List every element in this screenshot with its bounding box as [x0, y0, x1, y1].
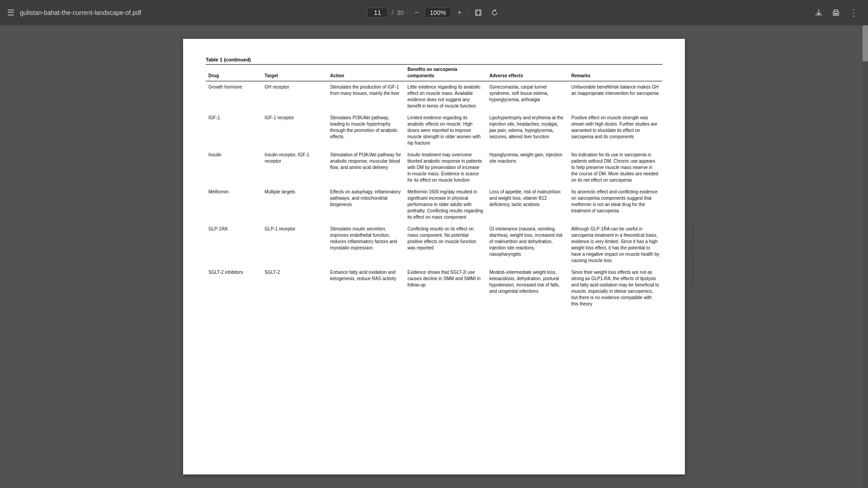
sidebar-text: Pharmacotherapies for Sarcopenia	[690, 225, 695, 288]
fit-page-button[interactable]	[472, 7, 485, 18]
cell-drug: Insulin	[206, 149, 262, 186]
col-header-benefits: Benefits on sarcopenia components	[405, 65, 486, 81]
cell-remarks: Unfavorable benefit/risk balance makes G…	[569, 81, 662, 113]
table-row: Growth hormoneGH receptorStimulates the …	[206, 81, 662, 113]
page-input[interactable]	[371, 9, 384, 16]
cell-action: Stimulates insulin secretion, improves e…	[327, 223, 405, 267]
cell-adverse: Hypoglycemia, weight gain, injection sit…	[487, 149, 569, 186]
table-row: MetforminMultiple targetsEffects on auto…	[206, 186, 662, 223]
table-row: GLP-1RAGLP-1 receptorStimulates insulin …	[206, 223, 662, 267]
cell-target: GLP-1 receptor	[262, 223, 327, 267]
cell-target: IGF-1 receptor	[262, 112, 327, 149]
cell-action: Effects on autophagy, inflammatory pathw…	[327, 186, 405, 223]
cell-benefits: Insulin treatment may overcome blunted a…	[405, 149, 486, 186]
cell-drug: SGLT-2 inhibitors	[206, 267, 262, 310]
scrollbar-thumb[interactable]	[863, 25, 868, 61]
cell-adverse: Modest–intermediate weight loss, ketoaci…	[487, 267, 569, 310]
zoom-input[interactable]	[429, 9, 447, 16]
toolbar: ☰ gulistan-bahat-the-current-landscape-o…	[0, 0, 868, 25]
page-input-container	[367, 8, 388, 18]
cell-drug: GLP-1RA	[206, 223, 262, 267]
cell-adverse: GI intolerance (nausea, vomiting, diarrh…	[487, 223, 569, 267]
download-button[interactable]	[812, 7, 826, 19]
col-header-action: Action	[327, 65, 405, 81]
pdf-page: Pharmacotherapies for Sarcopenia Table 1…	[183, 39, 685, 474]
col-header-target: Target	[262, 65, 327, 81]
print-button[interactable]	[829, 7, 843, 19]
toolbar-divider-1	[407, 7, 408, 18]
page-separator: /	[392, 9, 393, 16]
cell-benefits: Evidence shows that SGLT-2i use causes d…	[405, 267, 486, 310]
cell-target: SGLT-2	[262, 267, 327, 310]
cell-remarks: Although GLP-1RA can be useful in sarcop…	[569, 223, 662, 267]
page-total: 30	[397, 9, 404, 16]
cell-benefits: Metformin 1500 mg/day resulted in signif…	[405, 186, 486, 223]
cell-remarks: Positive effect on muscle strength was s…	[569, 112, 662, 149]
content-area: Pharmacotherapies for Sarcopenia Table 1…	[0, 25, 868, 488]
main-table: Drug Target Action Benefits on sarcopeni…	[206, 64, 662, 310]
zoom-out-button[interactable]: −	[411, 7, 421, 19]
cell-adverse: Lipohypertrophy and erythema at the inje…	[487, 112, 569, 149]
toolbar-divider-2	[468, 7, 468, 18]
more-options-button[interactable]: ⋮	[846, 5, 861, 20]
scrollbar-track[interactable]	[863, 25, 868, 488]
cell-drug: Metformin	[206, 186, 262, 223]
cell-action: Stimulation of PI3K/Akt pathway for anab…	[327, 149, 405, 186]
cell-target: GH receptor	[262, 81, 327, 113]
cell-adverse: Loss of appetite, risk of malnutrition a…	[487, 186, 569, 223]
svg-rect-2	[834, 13, 838, 14]
cell-remarks: Since their weight loss effects are not …	[569, 267, 662, 310]
col-header-remarks: Remarks	[569, 65, 662, 81]
zoom-input-container	[425, 8, 451, 18]
cell-drug: IGF-1	[206, 112, 262, 149]
zoom-in-button[interactable]: +	[455, 7, 464, 19]
cell-action: Stimulates PI3K/Akt pathway, leading to …	[327, 112, 405, 149]
table-title: Table 1 (continued)	[206, 57, 662, 62]
toolbar-right: ⋮	[812, 5, 861, 20]
cell-action: Enhance fatty acid oxidation and ketogen…	[327, 267, 405, 310]
cell-action: Stimulates the production of IGF-1 from …	[327, 81, 405, 113]
table-row: IGF-1IGF-1 receptorStimulates PI3K/Akt p…	[206, 112, 662, 149]
toolbar-center: / 30 − +	[367, 7, 501, 19]
table-row: InsulinInsulin receptor, IGF-1 receptorS…	[206, 149, 662, 186]
cell-drug: Growth hormone	[206, 81, 262, 113]
cell-remarks: Its anorectic effect and conflicting evi…	[569, 186, 662, 223]
cell-target: Multiple targets	[262, 186, 327, 223]
cell-benefits: Conflicting results on its effect on mas…	[405, 223, 486, 267]
menu-icon[interactable]: ☰	[7, 9, 14, 17]
col-header-drug: Drug	[206, 65, 262, 81]
cell-benefits: Little evidence regarding its anabolic e…	[405, 81, 486, 113]
table-row: SGLT-2 inhibitorsSGLT-2Enhance fatty aci…	[206, 267, 662, 310]
col-header-adverse: Adverse effects	[487, 65, 569, 81]
cell-adverse: Gynecomastia, carpal tunnel syndrome, so…	[487, 81, 569, 113]
cell-target: Insulin receptor, IGF-1 receptor	[262, 149, 327, 186]
rotate-button[interactable]	[488, 7, 501, 18]
svg-rect-0	[476, 10, 481, 15]
cell-benefits: Limited evidence regarding its anabolic …	[405, 112, 486, 149]
cell-remarks: No indication for its use in sarcopenia …	[569, 149, 662, 186]
